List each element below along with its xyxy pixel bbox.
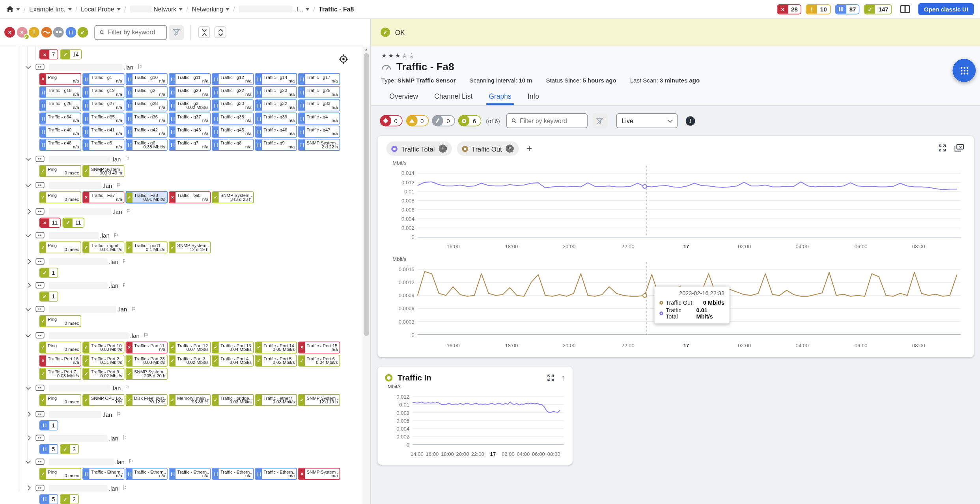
sensor-tile[interactable]: Traffic - g48n/a (39, 139, 81, 151)
device-row[interactable]: .lan⚐ (0, 457, 362, 466)
traffic-out-chart[interactable]: Mbit/s00.00030.00060.00090.00120.001516:… (386, 253, 965, 352)
sensor-tile[interactable]: Traffic - g46n/a (255, 126, 297, 138)
collapse-all-button[interactable] (198, 26, 210, 38)
expand-caret[interactable] (26, 435, 31, 440)
sensor-tile[interactable]: Traffic - g60.38 Mbit/s (126, 139, 168, 151)
channel-chip[interactable]: Traffic Total× (386, 141, 452, 156)
breadcrumb-item[interactable]: Example Inc. (29, 6, 71, 12)
expand-caret[interactable] (26, 209, 31, 214)
ok-count-badge[interactable]: ✓2 (60, 494, 79, 504)
sensor-tile[interactable]: ×Traffic - Port 11n/a (126, 341, 168, 353)
sensor-tile[interactable]: ✓Disk Free: syst...70.12 % (126, 394, 168, 406)
sensor-tile[interactable]: Traffic - g9n/a (255, 139, 297, 151)
scrollbar-up-icon[interactable]: ▲ (362, 46, 370, 52)
sensor-tile[interactable]: Traffic - Ethern...n/a (82, 468, 124, 480)
sensor-tile[interactable]: Traffic - g37n/a (169, 112, 211, 124)
split-columns-icon[interactable] (900, 5, 910, 13)
sensor-tile[interactable]: ✓Traffic - Port 90.02 Mbit/s (82, 368, 124, 380)
tab-overview[interactable]: Overview (381, 88, 426, 105)
tab-graphs[interactable]: Graphs (481, 88, 519, 105)
sensor-tile[interactable]: ✓SNMP System ...205 d 20 h (126, 368, 168, 380)
sensor-tile[interactable]: Traffic - g10n/a (126, 73, 168, 85)
scrollbar-thumb[interactable] (364, 53, 369, 336)
sensor-tile[interactable]: ×SNMP System ...n/a (298, 468, 340, 480)
tab-info[interactable]: Info (519, 88, 547, 105)
sensor-tile[interactable]: Traffic - g20n/a (169, 86, 211, 98)
channel-search-input[interactable] (520, 117, 582, 124)
actions-fab[interactable] (953, 59, 976, 82)
sensor-tile[interactable]: Traffic - g39n/a (255, 112, 297, 124)
expand-caret[interactable] (26, 283, 31, 288)
expand-caret[interactable] (26, 412, 31, 417)
sensor-tile[interactable]: Traffic - Ethern...n/a (126, 468, 168, 480)
error-count-badge[interactable]: ×7 (39, 49, 58, 59)
sensor-tile-selected[interactable]: ✓Traffic - Fa80.01 Mbit/s (126, 191, 168, 203)
channel-chip[interactable]: Traffic Out× (457, 141, 519, 156)
sensor-tile[interactable]: ✓SNMP System ...343 d 23 h (212, 191, 254, 203)
sensor-tile[interactable]: ✓Ping0 msec (39, 341, 81, 353)
error-count-badge[interactable]: ×11 (39, 218, 61, 228)
sensor-tile[interactable]: Traffic - g11n/a (169, 73, 211, 85)
sensor-tile[interactable]: Traffic - g28n/a (126, 99, 168, 111)
device-row[interactable]: .lan⚐ (0, 63, 362, 71)
device-row[interactable]: .lan⚐ (0, 305, 362, 313)
sensor-tile[interactable]: ✓Ping0 msec (39, 394, 81, 406)
sensor-tile[interactable]: ✓Traffic - Port 120.07 Mbit/s (169, 341, 211, 353)
tree-search-input[interactable] (108, 29, 162, 36)
sensor-tile[interactable]: Traffic - g1n/a (82, 73, 124, 85)
device-row[interactable]: .lan⚐ (0, 433, 362, 442)
sensor-tile[interactable]: Traffic - g35n/a (82, 112, 124, 124)
sensor-tile[interactable]: Traffic - g47n/a (298, 126, 340, 138)
global-warning-badge[interactable]: !10 (806, 4, 831, 14)
device-row[interactable]: .lan⚐ (0, 483, 362, 492)
sensor-tile[interactable]: ✓Traffic - mgmt0.01 Mbit/s (82, 242, 124, 253)
sensor-tile[interactable]: Traffic - g25n/a (298, 86, 340, 98)
device-row[interactable]: .lan⚐ (0, 384, 362, 392)
sensor-tile[interactable]: SNMP System ...2 d 22 h (298, 139, 340, 151)
fullscreen-button[interactable] (938, 144, 946, 152)
sensor-tile[interactable]: Traffic - g40n/a (39, 126, 81, 138)
breadcrumb-item[interactable]: Networking (192, 6, 230, 12)
sensor-tile[interactable]: Traffic - g7n/a (169, 139, 211, 151)
sensor-tile[interactable]: Traffic - g34n/a (39, 112, 81, 124)
filter-ok-icon[interactable]: ✓ (78, 27, 88, 37)
sensor-tile[interactable]: Traffic - g36n/a (126, 112, 168, 124)
ok-count-badge[interactable]: ✓2 (60, 444, 79, 454)
open-classic-ui-button[interactable]: Open classic UI (918, 3, 974, 15)
remove-chip-icon[interactable]: × (506, 144, 514, 153)
sensor-tile[interactable]: ✓Ping0 msec (39, 191, 81, 203)
global-error-badge[interactable]: ×28 (777, 4, 802, 14)
sensor-tile[interactable]: Traffic - g33n/a (298, 99, 340, 111)
sensor-tile[interactable]: Traffic - g2n/a (126, 86, 168, 98)
collapse-caret[interactable] (26, 182, 31, 187)
sensor-tile[interactable]: ✓Traffic - Port 20.31 Mbit/s (82, 355, 124, 367)
sensor-tile[interactable]: Traffic - g30.02 Mbit/s (169, 99, 211, 111)
fullscreen-button[interactable] (547, 374, 554, 381)
device-row[interactable]: .lan⚐ (0, 181, 362, 189)
sensor-tile[interactable]: Traffic - g45n/a (212, 126, 254, 138)
locate-current-icon[interactable] (338, 54, 349, 66)
sensor-tile[interactable]: ✓Traffic - Port 50.02 Mbit/s (255, 355, 297, 367)
device-row[interactable]: .lan⚐ (0, 207, 362, 216)
sensor-tile[interactable]: ✓Traffic - bridge...0.03 Mbit/s (212, 394, 254, 406)
sensor-tile[interactable]: ✓SNMP CPU Lo...0 % (82, 394, 124, 406)
tree-search[interactable] (94, 25, 167, 40)
filter-paused-icon[interactable] (65, 27, 76, 37)
channel-ok-pill[interactable]: 6 (459, 115, 481, 127)
sensor-tile[interactable]: ✓Traffic - ether70.03 Mbit/s (255, 394, 297, 406)
sensor-tile[interactable]: Traffic - g8n/a (212, 139, 254, 151)
collapse-caret[interactable] (26, 63, 31, 68)
sensor-tile[interactable]: ×Traffic - Fa7n/a (82, 191, 124, 203)
add-channel-button[interactable]: + (526, 144, 532, 154)
sensor-tile[interactable]: Traffic - Ethern...n/a (169, 468, 211, 480)
breadcrumb-item[interactable]: Local Probe (81, 6, 120, 12)
channel-search[interactable] (506, 113, 588, 128)
sensor-tile[interactable]: Traffic - Ethern...n/a (255, 468, 297, 480)
ok-count-badge[interactable]: ✓14 (60, 49, 82, 59)
global-paused-badge[interactable]: 87 (835, 4, 860, 14)
traffic-in-chart[interactable]: Mbit/s00.0020.0040.0060.0080.010.01214:0… (385, 382, 565, 461)
sensor-tile[interactable]: Traffic - g14n/a (255, 73, 297, 85)
filter-unknown-icon[interactable] (53, 27, 64, 37)
filter-unusual-icon[interactable] (41, 27, 52, 37)
tree-clear-filter-button[interactable] (169, 25, 184, 40)
